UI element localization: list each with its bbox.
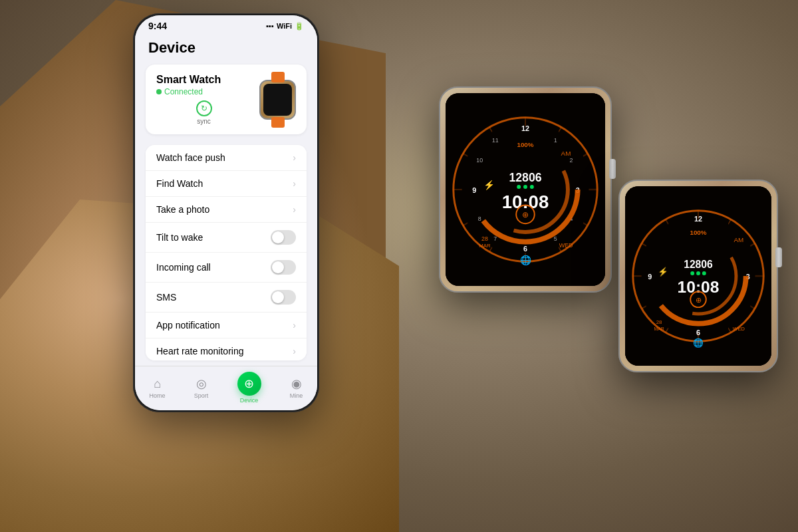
watch-2-screen: 12 3 6 9 100% 12806 10:08 ⚡ [625, 186, 771, 366]
status-icons: ▪▪▪ WiFi 🔋 [266, 22, 304, 31]
svg-text:10:08: 10:08 [502, 192, 549, 212]
svg-point-30 [517, 185, 521, 189]
svg-text:12806: 12806 [509, 171, 541, 184]
svg-text:10:08: 10:08 [678, 278, 720, 296]
watch-2-crown [775, 247, 782, 267]
svg-text:8: 8 [478, 215, 481, 222]
watch-1-strap-top [473, 57, 577, 90]
watch-1-face: 12 3 6 9 1 2 4 5 7 8 10 11 [446, 93, 605, 286]
battery-icon: 🔋 [295, 22, 304, 31]
svg-text:100%: 100% [690, 229, 706, 236]
menu-app-notification[interactable]: App notification › [146, 313, 307, 338]
svg-text:MAR: MAR [654, 327, 664, 331]
signal-icon: ▪▪▪ [266, 22, 274, 30]
device-info: Smart Watch Connected ↻ sync [156, 74, 251, 125]
svg-text:28: 28 [656, 319, 662, 325]
menu-watch-face[interactable]: Watch face push › [146, 145, 307, 171]
menu-label: Tilt to wake [156, 232, 203, 243]
tab-sport[interactable]: ◎ Sport [194, 376, 209, 399]
watch-1-svg: 12 3 6 9 1 2 4 5 7 8 10 11 [446, 93, 605, 286]
thumbnail-strap-bottom [271, 117, 285, 128]
menu-tilt-wake[interactable]: Tilt to wake [146, 223, 307, 253]
svg-text:28: 28 [481, 235, 488, 242]
watch-1-screen: 12 3 6 9 1 2 4 5 7 8 10 11 [446, 93, 605, 286]
svg-text:AM: AM [561, 150, 571, 157]
svg-text:WED: WED [733, 326, 745, 332]
watch-2-body: 12 3 6 9 100% 12806 10:08 ⚡ [618, 180, 778, 372]
tab-device[interactable]: ⊕ Device [237, 372, 261, 404]
menu-label: Heart rate monitoring [156, 346, 244, 356]
sync-button[interactable]: ↻ sync [156, 100, 251, 125]
sync-icon: ↻ [196, 100, 212, 116]
tab-mine[interactable]: ◉ Mine [290, 376, 303, 399]
watch-2-face: 12 3 6 9 100% 12806 10:08 ⚡ [625, 186, 771, 366]
thumbnail-strap-top [271, 72, 285, 82]
watch-2-case: 12 3 6 9 100% 12806 10:08 ⚡ [618, 180, 778, 372]
svg-text:9: 9 [472, 186, 476, 194]
svg-text:⚡: ⚡ [658, 267, 668, 277]
svg-text:2: 2 [569, 157, 573, 164]
tab-mine-label: Mine [290, 392, 303, 399]
watch-1-case: 12 3 6 9 1 2 4 5 7 8 10 11 [439, 86, 612, 293]
wifi-icon: WiFi [277, 22, 292, 30]
menu-label: Find Watch [156, 178, 203, 189]
svg-point-32 [530, 185, 534, 189]
connection-status: Connected [164, 87, 203, 96]
svg-point-66 [702, 271, 706, 275]
watch-2-strap-top [650, 153, 746, 183]
status-time: 9:44 [148, 21, 167, 31]
tab-sport-label: Sport [194, 392, 209, 399]
svg-text:AM: AM [734, 236, 744, 243]
menu-label: Incoming call [156, 262, 211, 273]
menu-incoming-call[interactable]: Incoming call [146, 253, 307, 283]
svg-text:10: 10 [476, 157, 483, 164]
svg-text:⊕: ⊕ [696, 296, 702, 304]
watches-area: 12 3 6 9 1 2 4 5 7 8 10 11 [386, 0, 798, 532]
profile-icon: ◉ [291, 376, 302, 391]
status-bar: 9:44 ▪▪▪ WiFi 🔋 [135, 15, 317, 34]
menu-section: Watch face push › Find Watch › Take a ph… [146, 145, 307, 360]
svg-text:12: 12 [694, 215, 702, 223]
tab-home[interactable]: ⌂ Home [150, 377, 166, 399]
svg-point-31 [523, 185, 527, 189]
menu-label: Watch face push [156, 152, 225, 163]
svg-text:6: 6 [523, 245, 527, 253]
device-status: Connected [156, 87, 251, 96]
svg-text:⊕: ⊕ [522, 210, 529, 219]
sms-toggle[interactable] [271, 290, 296, 305]
watch-thumbnail [259, 80, 296, 120]
menu-label: App notification [156, 320, 220, 331]
tab-home-label: Home [150, 392, 166, 399]
svg-point-65 [696, 271, 700, 275]
watch-orange-band: 12 3 6 9 100% 12806 10:08 ⚡ [618, 180, 778, 372]
watch-2-svg: 12 3 6 9 100% 12806 10:08 ⚡ [625, 186, 771, 366]
menu-take-photo[interactable]: Take a photo › [146, 197, 307, 223]
home-icon: ⌂ [154, 377, 161, 391]
svg-text:1: 1 [554, 137, 557, 144]
svg-text:🌐: 🌐 [693, 338, 704, 348]
device-card: Smart Watch Connected ↻ sync [146, 65, 307, 134]
menu-sms[interactable]: SMS [146, 283, 307, 313]
tilt-wake-toggle[interactable] [271, 230, 296, 245]
menu-heart-rate[interactable]: Heart rate monitoring › [146, 338, 307, 360]
menu-label: SMS [156, 292, 176, 303]
svg-text:6: 6 [696, 329, 700, 336]
chevron-right-icon: › [293, 320, 296, 331]
watch-1-crown [609, 159, 616, 179]
svg-text:12806: 12806 [684, 259, 713, 270]
svg-text:WED: WED [559, 242, 573, 249]
incoming-call-toggle[interactable] [271, 260, 296, 275]
device-center-icon: ⊕ [237, 372, 261, 396]
watch-black-band: 12 3 6 9 1 2 4 5 7 8 10 11 [439, 86, 612, 293]
svg-text:12: 12 [521, 124, 529, 132]
menu-find-watch[interactable]: Find Watch › [146, 171, 307, 197]
connected-dot [156, 89, 162, 94]
svg-text:11: 11 [492, 137, 499, 144]
chevron-right-icon: › [293, 204, 296, 215]
sync-label: sync [197, 118, 211, 125]
tab-device-label: Device [240, 397, 259, 404]
watch-1-strap-bottom [473, 289, 577, 326]
app-header: Device [135, 34, 317, 59]
sport-icon: ◎ [196, 376, 207, 391]
watch-2-strap-bottom [650, 369, 746, 402]
